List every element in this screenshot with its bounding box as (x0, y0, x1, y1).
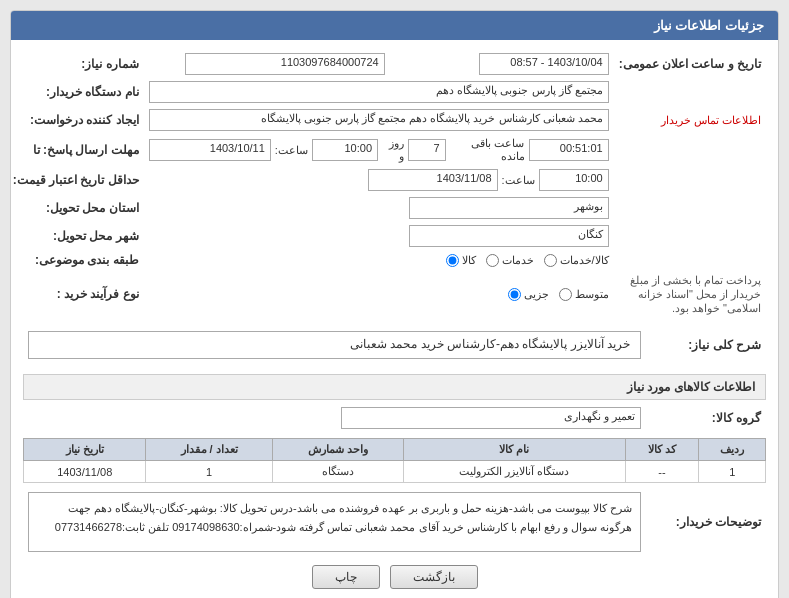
desc-value: شرح کالا بپیوست می باشد-هزینه حمل و بارب… (28, 492, 641, 552)
col-radif: ردیف (699, 439, 766, 461)
ostan-value: بوشهر (409, 197, 609, 219)
back-button[interactable]: بازگشت (390, 565, 478, 589)
shomareNiaz-label: شماره نیاز: (10, 50, 144, 78)
naveFarayand-notice: پرداخت تمام با بخشی از مبلغ خریدار از مح… (630, 274, 761, 314)
print-button[interactable]: چاپ (312, 565, 380, 589)
shahr-value: کنگان (409, 225, 609, 247)
tabaghe-khadamat-label: خدمات (502, 254, 534, 267)
mohlat-baghimande: 00:51:01 (529, 139, 609, 161)
tabaghe-kala-khadamat-label: کالا/خدمات (560, 254, 609, 267)
shomareNiaz-value: 1103097684000724 (185, 53, 385, 75)
mohlat-baghimande-label: ساعت باقی مانده (450, 137, 525, 163)
shahr-label: شهر محل تحویل: (10, 222, 144, 250)
mohlat-saat-label: ساعت: (275, 144, 308, 157)
tarikhElan-value: 1403/10/04 - 08:57 (479, 53, 609, 75)
ijadKonande-label: ایجاد کننده درخواست: (10, 106, 144, 134)
kala-table: ردیف کد کالا نام کالا واحد شمارش تعداد /… (23, 438, 766, 483)
sarjKoli-value: خرید آنالایزر پالایشگاه دهم-کارشناس خرید… (28, 331, 641, 359)
page-title: جزئیات اطلاعات نیاز (654, 18, 764, 33)
goroh-label: گروه کالا: (646, 404, 766, 432)
hadaksar-label: حداقل تاریخ اعتبار قیمت: تا (10, 166, 144, 194)
tabaghe-kala-option[interactable]: کالا (446, 254, 476, 267)
goroh-value: تعمیر و نگهداری (341, 407, 641, 429)
info-table: تاریخ و ساعت اعلان عمومی: 1403/10/04 - 0… (10, 50, 766, 318)
ijadKonande-value: محمد شعبانی کارشناس خرید پالایشگاه دهم م… (149, 109, 609, 131)
button-row: بازگشت چاپ (23, 565, 766, 597)
sarjKoli-label: شرح کلی نیاز: (646, 324, 766, 366)
desc-row: توضیحات خریدار: شرح کالا بپیوست می باشد-… (23, 489, 766, 555)
tabaghe-kala-khadamat-option[interactable]: کالا/خدمات (544, 254, 609, 267)
tabaghe-khadamat-option[interactable]: خدمات (486, 254, 534, 267)
col-kodkala: کد کالا (625, 439, 699, 461)
sarjkoli-row: شرح کلی نیاز: خرید آنالایزر پالایشگاه ده… (23, 324, 766, 366)
mohlat-label: مهلت ارسال پاسخ: تا (10, 134, 144, 166)
mohlat-roz-label: روز و (382, 137, 404, 163)
col-tedad: تعداد / مقدار (146, 439, 272, 461)
hadaksar-saat-label: ساعت: (502, 174, 535, 187)
tarikhElan-label: تاریخ و ساعت اعلان عمومی: (614, 50, 766, 78)
mohlat-saat-value: 10:00 (312, 139, 378, 161)
tabaghe-kala-label: کالا (462, 254, 476, 267)
table-row: 1--دستگاه آنالایزر الکترولیتدستگاه11403/… (24, 461, 766, 483)
desc-label: توضیحات خریدار: (646, 489, 766, 555)
farAyand-jozi-option[interactable]: جزیی (508, 288, 549, 301)
hadaksar-saat-value: 10:00 (539, 169, 609, 191)
col-vahed: واحد شمارش (272, 439, 403, 461)
farAyand-motevaset-option[interactable]: متوسط (559, 288, 609, 301)
col-namkala: نام کالا (404, 439, 625, 461)
namDastgah-value: مجتمع گاز پارس جنوبی پالایشگاه دهم (149, 81, 609, 103)
farAyand-motevaset-label: متوسط (575, 288, 609, 301)
tabaghe-label: طبقه بندی موضوعی: (10, 250, 144, 270)
hadaksar-date: 1403/11/08 (368, 169, 498, 191)
col-tarikh: تاریخ نیاز (24, 439, 146, 461)
ostan-label: استان محل تحویل: (10, 194, 144, 222)
mohlat-roz-value: 7 (408, 139, 446, 161)
etelaat-kala-title: اطلاعات کالاهای مورد نیاز (23, 374, 766, 400)
naveFarayand-label: نوع فرآیند خرید : (10, 270, 144, 318)
goroh-row: گروه کالا: تعمیر و نگهداری (23, 404, 766, 432)
page-header: جزئیات اطلاعات نیاز (11, 11, 778, 40)
mohlat-date: 1403/10/11 (149, 139, 271, 161)
farAyand-jozi-label: جزیی (524, 288, 549, 301)
namDastgah-label: نام دستگاه خریدار: (10, 78, 144, 106)
aetalaatTamas-link[interactable]: اطلاعات تماس خریدار (661, 114, 761, 126)
